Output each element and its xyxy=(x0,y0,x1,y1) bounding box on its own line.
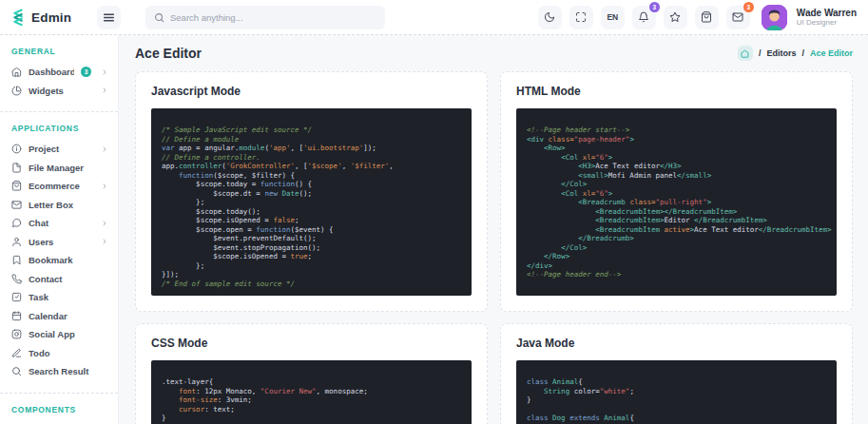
home-icon xyxy=(741,49,749,58)
card-html-mode: HTML Mode<!--Page header start--><div cl… xyxy=(500,71,853,312)
sidebar-item-label: File Manager xyxy=(29,163,108,173)
sidebar-item-users[interactable]: Users xyxy=(11,233,108,252)
sidebar-toggle-button[interactable] xyxy=(97,6,121,29)
sidebar-item-label: Project xyxy=(29,144,94,154)
code-content: <!--Page header start--><div class="page… xyxy=(527,125,826,279)
moon-icon xyxy=(544,11,555,23)
sidebar-item-label: Dashboard xyxy=(29,67,74,77)
home-icon xyxy=(11,67,22,77)
sidebar-section: APPLICATIONSProjectFile ManagerEcommerce… xyxy=(0,111,118,387)
chevron-right-icon xyxy=(101,145,108,153)
page-title: Ace Editor xyxy=(135,46,202,61)
sidebar-item-label: Letter Box xyxy=(29,200,108,210)
sidebar-item-label: Users xyxy=(29,237,94,247)
sidebar-item-ecommerce[interactable]: Ecommerce xyxy=(11,177,108,196)
widgets-icon xyxy=(11,86,22,96)
users-icon xyxy=(11,237,22,247)
code-content: .text-layer{ font: 12px Monaco, "Courier… xyxy=(162,377,461,423)
header-actions: EN 3 xyxy=(538,5,857,30)
breadcrumb-separator: / xyxy=(759,48,762,58)
sidebar-item-project[interactable]: Project xyxy=(11,140,108,159)
code-editor[interactable]: /* Sample JavaScript edit source */// De… xyxy=(151,108,472,296)
sidebar-item-dashboard[interactable]: Dashboard3 xyxy=(11,63,108,82)
sidebar-item-label: Ecommerce xyxy=(29,181,94,191)
breadcrumb-home-link[interactable] xyxy=(738,46,753,61)
chat-icon xyxy=(11,218,22,228)
code-editor[interactable]: .text-layer{ font: 12px Monaco, "Courier… xyxy=(151,360,472,424)
breadcrumb-item-current[interactable]: Ace Editor xyxy=(810,48,853,58)
favorites-button[interactable] xyxy=(664,6,687,29)
star-icon xyxy=(669,11,681,23)
code-editor[interactable]: <!--Page header start--><div class="page… xyxy=(516,108,837,296)
card-java-mode: Java Modeclass Animal{ String color="whi… xyxy=(500,323,853,424)
chevron-right-icon xyxy=(101,68,108,76)
dark-mode-button[interactable] xyxy=(538,6,562,29)
sidebar: GENERALDashboard3WidgetsAPPLICATIONSProj… xyxy=(0,35,119,424)
sidebar-item-search-result[interactable]: Search Result xyxy=(11,362,108,381)
sidebar-section: GENERALDashboard3Widgets xyxy=(0,41,118,106)
file-icon xyxy=(11,163,22,173)
breadcrumb: / Editors / Ace Editor xyxy=(738,46,853,61)
envelope-icon xyxy=(732,11,743,23)
phone-icon xyxy=(11,274,22,284)
sidebar-section-heading: APPLICATIONS xyxy=(11,124,108,133)
sidebar-section-heading: COMPONENTS xyxy=(11,405,108,414)
card-javascript-mode: Javascript Mode/* Sample JavaScript edit… xyxy=(135,71,488,312)
logo-icon xyxy=(10,9,27,26)
sidebar-item-widgets[interactable]: Widgets xyxy=(11,82,108,101)
sidebar-item-calendar[interactable]: Calendar xyxy=(11,307,108,326)
shopping-bag-icon xyxy=(701,11,712,23)
check-square-icon xyxy=(11,292,22,302)
sidebar-item-buttons[interactable]: Buttons xyxy=(11,421,108,424)
sidebar-item-bookmark[interactable]: Bookmark xyxy=(11,251,108,270)
cards-grid: Javascript Mode/* Sample JavaScript edit… xyxy=(120,71,868,424)
breadcrumb-item-editors[interactable]: Editors xyxy=(766,48,796,58)
top-header: Edmin xyxy=(0,0,868,35)
sidebar-item-label: Contact xyxy=(29,274,108,284)
code-editor[interactable]: class Animal{ String color="white";}clas… xyxy=(516,360,837,424)
messages-button[interactable]: 3 xyxy=(726,6,750,29)
notifications-button[interactable]: 3 xyxy=(632,6,656,29)
sidebar-item-chat[interactable]: Chat xyxy=(11,214,108,233)
sidebar-item-social-app[interactable]: Social App xyxy=(11,325,108,344)
card-title: Javascript Mode xyxy=(136,72,487,106)
sidebar-item-task[interactable]: Task xyxy=(11,288,108,307)
card-title: CSS Mode xyxy=(136,324,487,358)
sidebar-item-file-manager[interactable]: File Manager xyxy=(11,159,108,178)
user-avatar[interactable] xyxy=(762,5,787,30)
bell-icon xyxy=(638,11,649,23)
edit-icon xyxy=(11,348,22,358)
cart-button[interactable] xyxy=(695,6,719,29)
language-button[interactable]: EN xyxy=(601,6,625,29)
chevron-right-icon xyxy=(101,220,108,227)
sidebar-item-contact[interactable]: Contact xyxy=(11,270,108,289)
sidebar-section-heading: GENERAL xyxy=(11,47,108,56)
chevron-right-icon xyxy=(101,238,108,245)
chevron-right-icon xyxy=(101,183,108,190)
sidebar-item-label: Todo xyxy=(29,348,108,358)
maximize-icon xyxy=(575,11,587,23)
sidebar-item-todo[interactable]: Todo xyxy=(11,344,108,363)
app-window: Edmin xyxy=(0,0,868,424)
card-title: Java Mode xyxy=(501,324,852,358)
sidebar-item-label: Widgets xyxy=(29,86,94,96)
user-name: Wade Warren xyxy=(797,8,857,19)
fullscreen-button[interactable] xyxy=(569,6,593,29)
card-css-mode: CSS Mode.text-layer{ font: 12px Monaco, … xyxy=(135,323,488,424)
bookmark-icon xyxy=(11,255,22,265)
search-bar xyxy=(145,6,385,29)
breadcrumb-separator: / xyxy=(801,48,804,58)
sidebar-item-letter-box[interactable]: Letter Box xyxy=(11,196,108,215)
sidebar-item-label: Calendar xyxy=(29,311,108,321)
search-icon xyxy=(154,12,164,23)
code-content: /* Sample JavaScript edit source */// De… xyxy=(162,125,461,288)
logo[interactable]: Edmin xyxy=(10,9,86,26)
hamburger-icon xyxy=(103,11,115,24)
sidebar-item-label: Social App xyxy=(29,329,108,339)
card-title: HTML Mode xyxy=(501,72,852,106)
logo-text: Edmin xyxy=(31,10,71,25)
sidebar-item-label: Search Result xyxy=(29,366,108,376)
user-menu[interactable]: Wade Warren UI Designer xyxy=(797,8,857,28)
search-input[interactable] xyxy=(170,12,376,23)
sidebar-item-label: Chat xyxy=(29,218,94,228)
